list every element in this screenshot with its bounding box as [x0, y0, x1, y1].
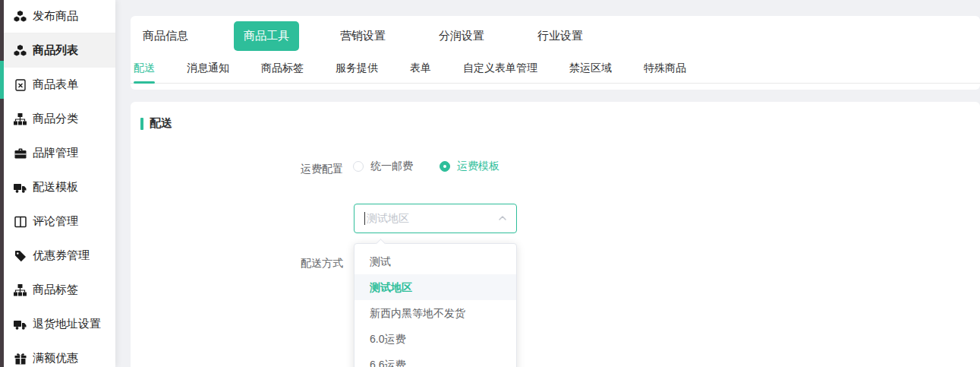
sidebar-item-label: 品牌管理: [33, 146, 78, 160]
sidebar-item-label: 退货地址设置: [33, 317, 101, 331]
sidebar-item-product-tags[interactable]: 商品标签: [0, 273, 115, 307]
gift-icon: [14, 353, 27, 365]
tab-product-tags[interactable]: 商品标签: [261, 55, 304, 84]
sidebar-item-delivery-template[interactable]: 配送模板: [0, 170, 115, 204]
dropdown-option[interactable]: 测试: [355, 248, 516, 274]
sidebar-item-publish-product[interactable]: 发布商品: [0, 0, 115, 33]
radio-circle-icon: [353, 161, 364, 172]
freight-radio-group: 统一邮费 运费模板: [353, 160, 526, 173]
tag-icon: [14, 250, 27, 262]
sidebar-item-label: 商品分类: [33, 112, 78, 126]
sidebar-item-label: 发布商品: [33, 9, 78, 24]
sitemap-icon: [14, 113, 27, 125]
truck-icon: [14, 318, 27, 331]
tab-service-provision[interactable]: 服务提供: [336, 55, 378, 84]
chevron-up-icon: [498, 212, 507, 226]
file-x-icon: [14, 79, 27, 91]
sidebar-item-label: 商品表单: [33, 78, 78, 92]
sidebar-item-brand-management[interactable]: 品牌管理: [0, 136, 115, 170]
section-title: 配送: [150, 116, 172, 131]
sidebar: 发布商品 商品列表 商品表单 商品分类 品牌管理 配送模板 评论管理: [0, 0, 115, 367]
sidebar-scrollbar-track: [0, 0, 4, 367]
sidebar-item-label: 配送模板: [33, 180, 78, 195]
secondary-tabs: 配送 消息通知 商品标签 服务提供 表单 自定义表单管理 禁运区域 特殊商品: [131, 55, 980, 84]
cubes-icon: [14, 11, 27, 23]
sidebar-item-comment-management[interactable]: 评论管理: [0, 204, 115, 239]
section-accent-bar: [140, 118, 143, 130]
truck-icon: [14, 182, 27, 194]
radio-freight-template[interactable]: 运费模板: [440, 160, 499, 173]
dropdown-option[interactable]: 6.6运费: [355, 352, 516, 367]
delivery-method-label: 配送方式: [131, 255, 343, 271]
tab-special-products[interactable]: 特殊商品: [644, 55, 686, 84]
sidebar-item-return-address-settings[interactable]: 退货地址设置: [0, 307, 115, 341]
radio-circle-checked-icon: [440, 161, 450, 172]
cubes-icon: [14, 45, 27, 57]
sidebar-item-coupon-management[interactable]: 优惠券管理: [0, 239, 115, 273]
freight-template-dropdown: 测试 测试地区 新西内黑等地不发货 6.0运费 6.6运费: [354, 243, 517, 367]
tab-product-info[interactable]: 商品信息: [143, 29, 188, 43]
dropdown-option[interactable]: 新西内黑等地不发货: [355, 300, 516, 326]
dropdown-option[interactable]: 6.0运费: [355, 326, 516, 352]
content-card: 配送 运费配置 统一邮费 运费模板 测试地区 配送方式 测试 测试地区 新西内黑…: [131, 102, 980, 367]
tab-custom-form-management[interactable]: 自定义表单管理: [463, 55, 537, 84]
sidebar-item-label: 评论管理: [33, 214, 78, 229]
tabs-card: 商品信息 商品工具 营销设置 分润设置 行业设置 配送 消息通知 商品标签 服务…: [131, 16, 980, 90]
freight-template-select[interactable]: 测试地区: [354, 204, 517, 233]
radio-unified-postage-label: 统一邮费: [370, 160, 413, 173]
sidebar-item-label: 商品列表: [33, 43, 78, 58]
sidebar-item-product-form[interactable]: 商品表单: [0, 68, 115, 102]
columns-icon: [14, 216, 27, 228]
tab-message-notification[interactable]: 消息通知: [187, 55, 229, 84]
tab-delivery-active[interactable]: 配送: [134, 55, 155, 84]
radio-unified-postage[interactable]: 统一邮费: [353, 160, 413, 173]
briefcase-icon: [14, 147, 27, 160]
sidebar-item-label: 商品标签: [33, 283, 78, 297]
sidebar-item-label: 优惠券管理: [33, 248, 90, 263]
dropdown-arrow-notch: [376, 239, 386, 248]
primary-tabs: 商品信息 商品工具 营销设置 分润设置 行业设置: [131, 16, 980, 55]
sidebar-item-product-list[interactable]: 商品列表: [0, 33, 115, 68]
text-caret: [364, 212, 365, 225]
freight-config-label: 运费配置: [131, 161, 343, 176]
tab-embargo-area[interactable]: 禁运区域: [569, 55, 612, 84]
select-placeholder: 测试地区: [367, 212, 498, 226]
tab-industry-settings[interactable]: 行业设置: [537, 29, 583, 43]
tab-form[interactable]: 表单: [410, 55, 431, 84]
dropdown-option-selected[interactable]: 测试地区: [355, 274, 516, 300]
sidebar-scrollbar-thumb[interactable]: [0, 61, 4, 99]
sidebar-item-product-category[interactable]: 商品分类: [0, 102, 115, 136]
tab-product-tools-active[interactable]: 商品工具: [234, 21, 299, 51]
radio-freight-template-label: 运费模板: [457, 160, 499, 173]
sitemap-icon: [14, 284, 27, 296]
sidebar-item-label: 满额优惠: [33, 351, 78, 365]
section-header: 配送: [140, 116, 172, 131]
tab-profit-sharing-settings[interactable]: 分润设置: [439, 29, 484, 43]
sidebar-item-full-amount-discount[interactable]: 满额优惠: [0, 341, 115, 367]
tab-marketing-settings[interactable]: 营销设置: [340, 29, 386, 43]
